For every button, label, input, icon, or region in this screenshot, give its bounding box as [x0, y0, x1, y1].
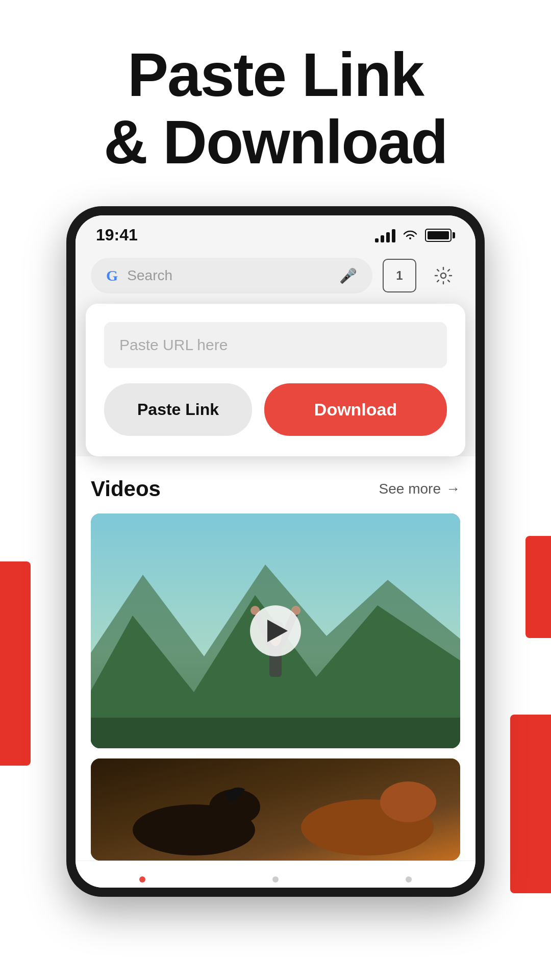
url-input-area[interactable]: Paste URL here — [104, 322, 447, 368]
nav-dot-inactive-2 — [406, 876, 412, 883]
phone-mockup: 19:41 — [0, 206, 551, 897]
status-bar: 19:41 — [76, 215, 475, 250]
videos-section-title: Videos — [91, 477, 161, 501]
horses-scene — [91, 758, 460, 861]
phone-frame: 19:41 — [66, 206, 485, 897]
see-more-label: See more — [379, 481, 441, 497]
wifi-icon — [403, 229, 418, 241]
videos-header: Videos See more → — [91, 456, 460, 513]
google-logo: G — [106, 267, 118, 284]
nav-dot-active — [139, 876, 145, 883]
nav-dot-inactive — [272, 876, 279, 883]
tab-button[interactable]: 1 — [383, 259, 416, 292]
see-more-button[interactable]: See more → — [379, 481, 460, 497]
play-button[interactable] — [250, 605, 301, 656]
play-triangle-icon — [267, 620, 288, 642]
download-panel: Paste URL here Paste Link Download — [86, 304, 465, 456]
status-time: 19:41 — [96, 226, 138, 244]
hero-title: Paste Link & Download — [0, 0, 551, 206]
nav-item-3[interactable] — [395, 871, 422, 888]
mic-icon[interactable]: 🎤 — [339, 267, 357, 284]
paste-link-button[interactable]: Paste Link — [104, 383, 252, 436]
svg-point-0 — [441, 273, 446, 278]
arrow-right-icon: → — [446, 481, 460, 497]
videos-section: Videos See more → — [76, 456, 475, 861]
browser-search-bar[interactable]: G Search 🎤 — [91, 258, 372, 293]
search-input-text: Search — [127, 267, 330, 284]
url-placeholder: Paste URL here — [119, 336, 228, 353]
status-icons — [375, 228, 455, 242]
nav-item-1[interactable] — [129, 871, 156, 888]
action-buttons: Paste Link Download — [104, 383, 447, 436]
nav-item-2[interactable] — [262, 871, 289, 888]
download-button[interactable]: Download — [264, 383, 447, 436]
svg-rect-4 — [91, 718, 460, 748]
browser-chrome: G Search 🎤 1 — [76, 250, 475, 304]
video-thumbnail-2[interactable] — [91, 758, 460, 861]
settings-icon[interactable] — [427, 259, 460, 292]
svg-point-18 — [380, 781, 436, 822]
bottom-nav — [76, 861, 475, 888]
phone-screen: 19:41 — [76, 215, 475, 888]
battery-icon — [425, 229, 455, 242]
signal-icon — [375, 228, 395, 242]
video-thumbnail-1[interactable] — [91, 513, 460, 748]
